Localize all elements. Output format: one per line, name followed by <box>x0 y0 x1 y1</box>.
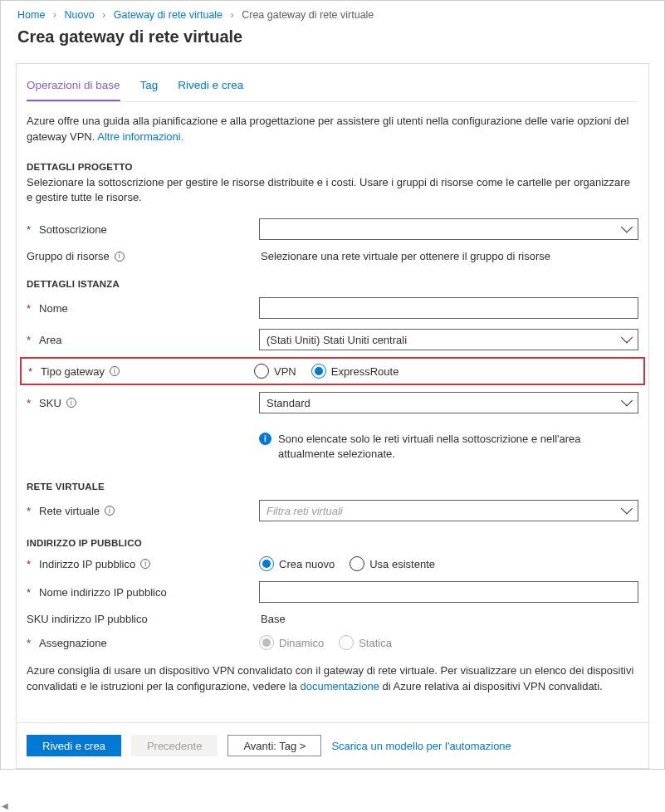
previous-button: Precedente <box>131 735 218 756</box>
name-input[interactable] <box>259 297 638 319</box>
pip-label: *Indirizzo IP pubblico i <box>27 558 259 570</box>
sku-info-message: i Sono elencate solo le reti virtuali ne… <box>259 423 638 465</box>
download-template-link[interactable]: Scarica un modello per l'automazione <box>331 740 511 752</box>
gateway-type-highlight: *Tipo gateway i VPN ExpressRoute <box>20 357 645 385</box>
tab-review[interactable]: Rivedi e crea <box>178 72 243 101</box>
tabs: Operazioni di base Tag Rivedi e crea <box>27 64 638 102</box>
footer-actions: Rivedi e crea Precedente Avanti: Tag > S… <box>17 722 648 768</box>
pip-name-label: *Nome indirizzo IP pubblico <box>27 586 259 599</box>
pip-create-new-radio[interactable]: Crea nuovo <box>259 556 335 571</box>
subscription-label: *Sottoscrizione <box>27 223 259 236</box>
chevron-right-icon: › <box>48 9 61 21</box>
radio-icon <box>259 556 274 571</box>
radio-icon <box>254 364 269 379</box>
vnet-select[interactable]: Filtra reti virtuali <box>259 500 638 521</box>
tab-basics[interactable]: Operazioni di base <box>27 72 120 101</box>
gateway-type-label: *Tipo gateway i <box>28 365 254 378</box>
radio-icon <box>339 635 354 650</box>
pip-sku-label: SKU indirizzo IP pubblico <box>27 613 259 625</box>
intro-text: Azure offre una guida alla pianificazion… <box>27 102 638 150</box>
pip-use-existing-radio[interactable]: Usa esistente <box>350 556 435 571</box>
gateway-type-vpn-radio[interactable]: VPN <box>254 364 296 379</box>
section-instance-header: DETTAGLI ISTANZA <box>27 267 638 292</box>
radio-icon <box>350 556 364 571</box>
pip-sku-value: Base <box>259 613 286 625</box>
radio-icon <box>259 635 274 650</box>
gateway-type-expressroute-radio[interactable]: ExpressRoute <box>311 364 399 379</box>
breadcrumb-current: Crea gateway di rete virtuale <box>242 9 374 21</box>
area-label: *Area <box>27 334 259 346</box>
info-icon[interactable]: i <box>105 506 115 516</box>
breadcrumb: Home › Nuovo › Gateway di rete virtuale … <box>1 1 664 24</box>
breadcrumb-gateway[interactable]: Gateway di rete virtuale <box>114 9 222 21</box>
form-panel: Operazioni di base Tag Rivedi e crea Azu… <box>16 63 649 769</box>
tab-tag[interactable]: Tag <box>140 72 159 101</box>
next-tag-button[interactable]: Avanti: Tag > <box>227 735 321 756</box>
sku-label: *SKU i <box>27 397 259 409</box>
section-pip-header: INDIRIZZO IP PUBBLICO <box>27 526 638 551</box>
documentation-link[interactable]: documentazione <box>301 680 379 692</box>
page-title: Crea gateway di rete virtuale <box>1 24 664 56</box>
more-info-link[interactable]: Altre informazioni. <box>97 130 183 143</box>
area-select[interactable]: (Stati Uniti) Stati Uniti centrali <box>259 329 638 350</box>
pip-name-input[interactable] <box>259 581 638 603</box>
breadcrumb-nuovo[interactable]: Nuovo <box>64 9 94 21</box>
chevron-right-icon: › <box>226 9 239 21</box>
section-project-desc: Selezionare la sottoscrizione per gestir… <box>27 175 638 213</box>
vnet-label: *Rete virtuale i <box>27 505 259 517</box>
resource-group-label: Gruppo di risorse i <box>27 250 259 262</box>
info-icon[interactable]: i <box>110 366 120 376</box>
info-badge-icon: i <box>259 433 271 445</box>
info-icon[interactable]: i <box>115 252 125 262</box>
section-vnet-header: RETE VIRTUALE <box>27 470 638 495</box>
name-label: *Nome <box>27 302 259 315</box>
chevron-right-icon: › <box>97 9 110 21</box>
assignment-dynamic-radio: Dinamico <box>259 635 324 650</box>
subscription-select[interactable] <box>259 218 638 240</box>
assignment-static-radio: Statica <box>339 635 392 650</box>
sku-select[interactable]: Standard <box>259 392 638 413</box>
resource-group-text: Selezionare una rete virtuale per ottene… <box>259 250 550 262</box>
breadcrumb-home[interactable]: Home <box>17 9 45 21</box>
info-icon[interactable]: i <box>140 559 150 569</box>
section-project-header: DETTAGLI PROGETTO <box>27 150 638 175</box>
radio-icon <box>311 364 326 379</box>
assignment-label: *Assegnazione <box>27 637 259 649</box>
info-icon[interactable]: i <box>66 398 76 408</box>
vpn-device-note: Azure consiglia di usare un dispositivo … <box>27 655 638 703</box>
review-create-button[interactable]: Rivedi e crea <box>27 735 121 756</box>
